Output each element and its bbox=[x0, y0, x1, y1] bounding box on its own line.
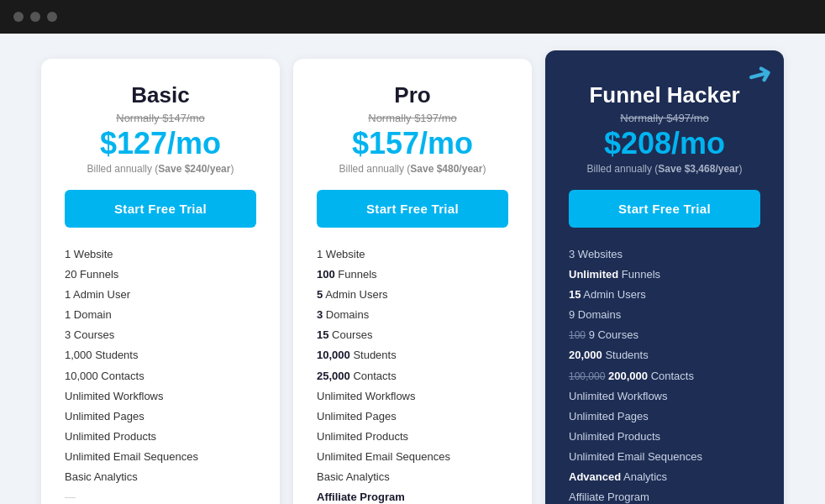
plan-card-basic: Basic Normally $147/mo $127/mo Billed an… bbox=[41, 59, 280, 504]
feature-item: Unlimited Email Sequences bbox=[317, 447, 508, 467]
top-bar bbox=[0, 0, 825, 34]
feature-item: Unlimited Products bbox=[569, 427, 760, 447]
feature-item: 20,000 Students bbox=[569, 345, 760, 365]
feature-item: Unlimited Workflows bbox=[65, 386, 256, 407]
pricing-container: Basic Normally $147/mo $127/mo Billed an… bbox=[34, 59, 791, 504]
plan-billing-fh: Billed annually (Save $3,468/year) bbox=[569, 163, 760, 175]
feature-item: Unlimited Email Sequences bbox=[65, 447, 256, 467]
feature-item: 10,000 Students bbox=[317, 345, 508, 365]
plan-price-pro: $157/mo bbox=[317, 126, 508, 161]
feature-item: Affiliate Program bbox=[569, 487, 760, 504]
feature-item: 3 Courses bbox=[65, 325, 256, 345]
plan-name-basic: Basic bbox=[65, 82, 256, 108]
feature-item: Unlimited Pages bbox=[317, 407, 508, 427]
feature-item: Unlimited Pages bbox=[65, 407, 256, 427]
cta-top-basic[interactable]: Start Free Trial bbox=[65, 190, 256, 228]
window-dot-2 bbox=[30, 12, 40, 22]
features-list-pro: 1 Website 100 Funnels 5 Admin Users 3 Do… bbox=[317, 244, 508, 504]
plan-billing-pro: Billed annually (Save $480/year) bbox=[317, 163, 508, 175]
feature-item: Unlimited Pages bbox=[569, 407, 760, 427]
features-list-fh: 3 Websites Unlimited Funnels 15 Admin Us… bbox=[569, 244, 760, 504]
feature-item: Advanced Analytics bbox=[569, 467, 760, 487]
feature-item: 20 Funnels bbox=[65, 265, 256, 285]
feature-item: 3 Domains bbox=[317, 305, 508, 325]
plan-name-pro: Pro bbox=[317, 82, 508, 108]
plan-card-funnel-hacker: ➜ Funnel Hacker Normally $497/mo $208/mo… bbox=[545, 50, 784, 504]
feature-dash: — bbox=[65, 487, 256, 504]
window-dot-1 bbox=[13, 12, 24, 22]
feature-item: 100 9 Courses bbox=[569, 325, 760, 345]
page-content: Basic Normally $147/mo $127/mo Billed an… bbox=[0, 34, 825, 504]
feature-item: 1 Website bbox=[317, 244, 508, 265]
plan-billing-basic: Billed annually (Save $240/year) bbox=[65, 163, 256, 175]
feature-item: 5 Admin Users bbox=[317, 285, 508, 305]
cta-top-fh[interactable]: Start Free Trial bbox=[569, 190, 760, 228]
window-dot-3 bbox=[47, 12, 57, 22]
feature-item: 100 Funnels bbox=[317, 265, 508, 285]
features-list-basic: 1 Website 20 Funnels 1 Admin User 1 Doma… bbox=[65, 244, 256, 504]
feature-item: 15 Admin Users bbox=[569, 285, 760, 305]
feature-item: Unlimited Products bbox=[65, 427, 256, 447]
feature-item: Basic Analytics bbox=[317, 467, 508, 487]
plan-name-funnel-hacker: Funnel Hacker bbox=[569, 82, 760, 108]
plan-card-pro: Pro Normally $197/mo $157/mo Billed annu… bbox=[293, 59, 532, 504]
feature-item: 1,000 Students bbox=[65, 345, 256, 365]
feature-item: Unlimited Funnels bbox=[569, 265, 760, 285]
feature-item: 100,000 200,000 Contacts bbox=[569, 366, 760, 386]
feature-item: 9 Domains bbox=[569, 305, 760, 325]
feature-item: 1 Admin User bbox=[65, 285, 256, 305]
plan-normal-price-basic: Normally $147/mo bbox=[65, 112, 256, 124]
feature-item: 15 Courses bbox=[317, 325, 508, 345]
plan-normal-price-pro: Normally $197/mo bbox=[317, 112, 508, 124]
feature-item: Unlimited Products bbox=[317, 427, 508, 447]
feature-item: Unlimited Workflows bbox=[317, 386, 508, 407]
feature-item: Unlimited Workflows bbox=[569, 386, 760, 407]
feature-item: 10,000 Contacts bbox=[65, 366, 256, 386]
plan-normal-price-fh: Normally $497/mo bbox=[569, 112, 760, 124]
plan-price-fh: $208/mo bbox=[569, 126, 760, 161]
feature-item: 3 Websites bbox=[569, 244, 760, 265]
feature-item: Unlimited Email Sequences bbox=[569, 447, 760, 467]
cta-top-pro[interactable]: Start Free Trial bbox=[317, 190, 508, 228]
feature-item: 25,000 Contacts bbox=[317, 366, 508, 386]
feature-item: 1 Domain bbox=[65, 305, 256, 325]
feature-item: Basic Analytics bbox=[65, 467, 256, 487]
feature-item: Affiliate Program bbox=[317, 487, 508, 504]
feature-item: 1 Website bbox=[65, 244, 256, 265]
plan-price-basic: $127/mo bbox=[65, 126, 256, 161]
